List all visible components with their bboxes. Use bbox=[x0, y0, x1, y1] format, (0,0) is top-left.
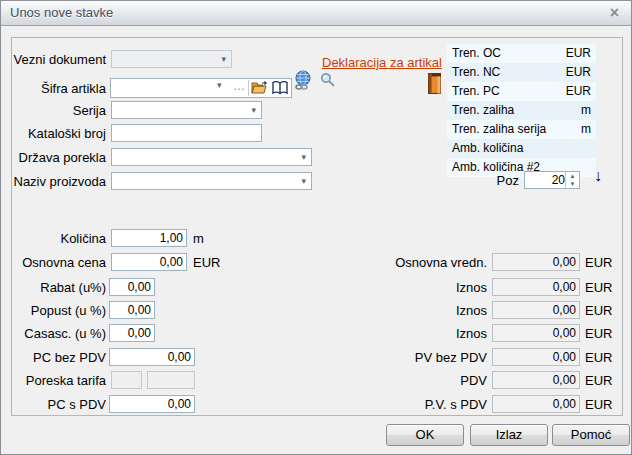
vezni-dokument-combo: ▾ bbox=[111, 50, 232, 68]
pc-s-pdv-label: PC s PDV bbox=[9, 396, 106, 414]
drzava-porekla-label: Država porekla bbox=[9, 149, 106, 167]
pv-s-pdv-unit: EUR bbox=[585, 396, 612, 414]
info-value: m bbox=[581, 120, 591, 139]
chevron-down-icon[interactable]: ▾ bbox=[217, 80, 222, 90]
rabat-input[interactable] bbox=[109, 278, 155, 296]
list-item: Tren. PC EUR bbox=[447, 82, 596, 101]
chevron-down-icon[interactable]: ▾ bbox=[251, 102, 256, 119]
iznos-label: Iznos bbox=[337, 302, 487, 320]
pv-bez-pdv-label: PV bez PDV bbox=[337, 349, 487, 367]
open-folder-icon[interactable] bbox=[250, 80, 269, 96]
pdv-unit: EUR bbox=[585, 372, 612, 390]
poz-value[interactable]: 20 bbox=[525, 172, 565, 188]
naziv-proizvoda-label: Naziv proizvoda bbox=[9, 173, 106, 191]
iznos-unit: EUR bbox=[585, 279, 612, 297]
list-item: Tren. zaliha m bbox=[447, 101, 596, 120]
info-label: Tren. PC bbox=[452, 82, 500, 101]
divider bbox=[248, 80, 249, 96]
info-value: EUR bbox=[566, 63, 591, 82]
info-value: m bbox=[581, 101, 591, 120]
popust-label: Popust (u %) bbox=[9, 302, 106, 320]
move-down-icon[interactable]: ↓ bbox=[594, 167, 602, 185]
sifra-artikla-combo[interactable]: ▾ … bbox=[110, 78, 292, 98]
article-book-icon[interactable] bbox=[428, 73, 441, 98]
info-label: Tren. NC bbox=[452, 63, 500, 82]
serija-label: Serija bbox=[9, 102, 106, 120]
pc-bez-pdv-input[interactable] bbox=[109, 348, 195, 366]
deklaracija-za-artikal-link[interactable]: Deklaracija za artikal bbox=[322, 55, 442, 70]
poreska-tarifa-input-1 bbox=[111, 371, 142, 389]
search-icon[interactable] bbox=[319, 72, 337, 94]
list-item: Tren. NC EUR bbox=[447, 63, 596, 82]
list-item: Tren. zaliha serija m bbox=[447, 120, 596, 139]
casasc-input[interactable] bbox=[109, 324, 155, 342]
chevron-down-icon[interactable]: ▾ bbox=[301, 149, 306, 166]
iznos-label: Iznos bbox=[337, 325, 487, 343]
ok-button[interactable]: OK bbox=[386, 424, 464, 446]
book-icon[interactable] bbox=[271, 80, 290, 96]
rabat-label: Rabat (u%) bbox=[9, 279, 106, 297]
iznos-unit: EUR bbox=[585, 325, 612, 343]
close-icon[interactable]: × bbox=[610, 3, 619, 23]
kataloski-broj-input[interactable] bbox=[111, 124, 262, 142]
osnovna-vredn-unit: EUR bbox=[585, 254, 612, 272]
osnovna-cena-label: Osnovna cena bbox=[9, 254, 106, 272]
spinner-down-icon[interactable]: ▼ bbox=[566, 180, 579, 188]
pv-s-pdv-label: P.V. s PDV bbox=[337, 396, 487, 414]
titlebar[interactable]: Unos nove stavke × bbox=[1, 1, 631, 26]
window-title: Unos nove stavke bbox=[10, 5, 113, 20]
sifra-artikla-label: Šifra artikla bbox=[9, 80, 106, 98]
pv-bez-pdv-value bbox=[492, 348, 580, 366]
drzava-porekla-combo[interactable]: ▾ bbox=[111, 148, 312, 166]
dialog-unos-nove-stavke: Unos nove stavke × Vezni dokument ▾ Šifr… bbox=[0, 0, 632, 455]
serija-combo[interactable]: ▾ bbox=[111, 101, 262, 119]
osnovna-vredn-value bbox=[492, 253, 580, 271]
vezni-dokument-label: Vezni dokument bbox=[9, 51, 106, 69]
naziv-proizvoda-combo[interactable]: ▾ bbox=[111, 172, 312, 190]
iznos-value bbox=[492, 324, 580, 342]
iznos-value bbox=[492, 301, 580, 319]
poreska-tarifa-input-2 bbox=[147, 371, 195, 389]
osnovna-cena-input[interactable] bbox=[111, 253, 187, 271]
casasc-label: Casasc. (u %) bbox=[9, 325, 106, 343]
iznos-label: Iznos bbox=[337, 279, 487, 297]
izlaz-button[interactable]: Izlaz bbox=[470, 424, 548, 446]
spinner[interactable]: ▲ ▼ bbox=[565, 172, 579, 188]
pdv-label: PDV bbox=[337, 372, 487, 390]
kataloski-broj-label: Kataloški broj bbox=[9, 125, 106, 143]
info-label: Tren. OC bbox=[452, 44, 501, 63]
poz-stepper[interactable]: 20 ▲ ▼ bbox=[524, 171, 580, 189]
info-label: Tren. zaliha bbox=[452, 101, 514, 120]
info-value: EUR bbox=[566, 44, 591, 63]
info-label: Amb. količina bbox=[452, 139, 523, 158]
info-value: EUR bbox=[566, 82, 591, 101]
kolicina-unit: m bbox=[193, 230, 204, 248]
globe-link-icon[interactable] bbox=[293, 70, 313, 95]
kolicina-label: Količina bbox=[9, 230, 106, 248]
chevron-down-icon: ▾ bbox=[221, 51, 226, 68]
chevron-down-icon[interactable]: ▾ bbox=[301, 173, 306, 190]
osnovna-vredn-label: Osnovna vredn. bbox=[337, 254, 487, 272]
spinner-up-icon[interactable]: ▲ bbox=[566, 172, 579, 180]
ellipsis-button[interactable]: … bbox=[233, 79, 245, 93]
info-label: Tren. zaliha serija bbox=[452, 120, 546, 139]
current-values-list: Tren. OC EUR Tren. NC EUR Tren. PC EUR T… bbox=[447, 44, 596, 177]
pomoc-button[interactable]: Pomoć bbox=[552, 424, 630, 446]
list-item: Tren. OC EUR bbox=[447, 44, 596, 63]
pdv-value bbox=[492, 371, 580, 389]
poz-label: Poz bbox=[469, 172, 519, 190]
popust-input[interactable] bbox=[109, 301, 155, 319]
kolicina-input[interactable] bbox=[111, 229, 187, 247]
list-item: Amb. količina bbox=[447, 139, 596, 158]
osnovna-cena-unit: EUR bbox=[193, 254, 220, 272]
poreska-tarifa-label: Poreska tarifa bbox=[9, 372, 106, 390]
pv-bez-pdv-unit: EUR bbox=[585, 349, 612, 367]
pv-s-pdv-value bbox=[492, 395, 580, 413]
iznos-value bbox=[492, 278, 580, 296]
pc-s-pdv-input[interactable] bbox=[109, 395, 195, 413]
iznos-unit: EUR bbox=[585, 302, 612, 320]
pc-bez-pdv-label: PC bez PDV bbox=[9, 349, 106, 367]
